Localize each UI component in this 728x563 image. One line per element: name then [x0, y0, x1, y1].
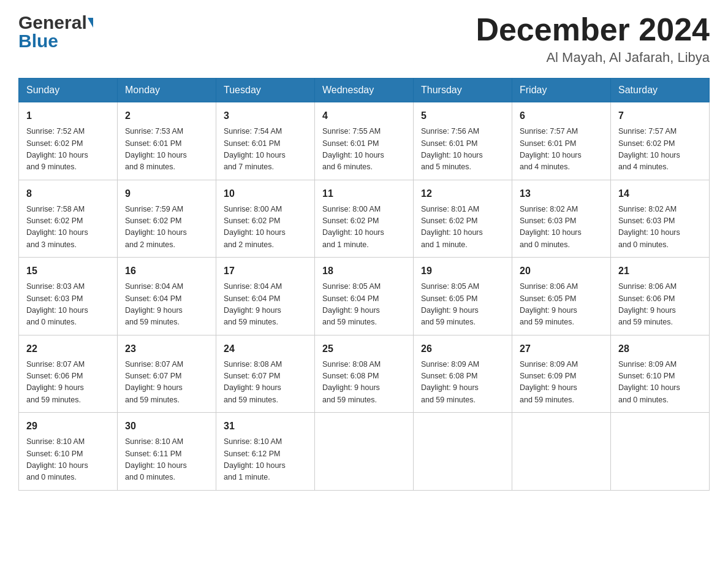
calendar-cell: 16Sunrise: 8:04 AMSunset: 6:04 PMDayligh… — [118, 258, 216, 335]
day-number: 21 — [618, 264, 702, 278]
day-info: Sunrise: 8:01 AMSunset: 6:02 PMDaylight:… — [421, 204, 504, 251]
calendar-cell: 11Sunrise: 8:00 AMSunset: 6:02 PMDayligh… — [315, 180, 414, 258]
weekday-header-tuesday: Tuesday — [216, 79, 315, 102]
weekday-header-row: SundayMondayTuesdayWednesdayThursdayFrid… — [19, 79, 710, 102]
day-number: 3 — [224, 109, 307, 123]
day-number: 27 — [520, 342, 603, 356]
calendar-cell: 9Sunrise: 7:59 AMSunset: 6:02 PMDaylight… — [118, 180, 216, 258]
calendar-cell: 5Sunrise: 7:56 AMSunset: 6:01 PMDaylight… — [414, 102, 512, 180]
day-info: Sunrise: 8:04 AMSunset: 6:04 PMDaylight:… — [224, 281, 307, 329]
calendar-cell: 14Sunrise: 8:02 AMSunset: 6:03 PMDayligh… — [611, 180, 710, 258]
calendar-cell: 12Sunrise: 8:01 AMSunset: 6:02 PMDayligh… — [414, 180, 512, 258]
calendar-week-row: 1Sunrise: 7:52 AMSunset: 6:02 PMDaylight… — [19, 102, 710, 180]
day-info: Sunrise: 8:09 AMSunset: 6:08 PMDaylight:… — [421, 359, 504, 407]
calendar-cell: 10Sunrise: 8:00 AMSunset: 6:02 PMDayligh… — [216, 180, 315, 258]
calendar-cell: 2Sunrise: 7:53 AMSunset: 6:01 PMDaylight… — [118, 102, 216, 180]
calendar-cell: 17Sunrise: 8:04 AMSunset: 6:04 PMDayligh… — [216, 258, 315, 335]
day-info: Sunrise: 7:56 AMSunset: 6:01 PMDaylight:… — [421, 126, 504, 174]
calendar-week-row: 8Sunrise: 7:58 AMSunset: 6:02 PMDaylight… — [19, 180, 710, 258]
logo-general-text: General — [18, 12, 87, 33]
calendar-cell: 19Sunrise: 8:05 AMSunset: 6:05 PMDayligh… — [414, 258, 512, 335]
calendar-cell: 23Sunrise: 8:07 AMSunset: 6:07 PMDayligh… — [118, 335, 216, 413]
logo: General Blue — [18, 12, 93, 52]
day-info: Sunrise: 8:09 AMSunset: 6:09 PMDaylight:… — [520, 359, 603, 407]
calendar-cell — [512, 413, 611, 491]
calendar-cell: 6Sunrise: 7:57 AMSunset: 6:01 PMDaylight… — [512, 102, 611, 180]
day-info: Sunrise: 8:00 AMSunset: 6:02 PMDaylight:… — [224, 204, 307, 251]
day-info: Sunrise: 8:05 AMSunset: 6:04 PMDaylight:… — [322, 281, 406, 329]
day-number: 2 — [125, 109, 208, 123]
day-info: Sunrise: 8:08 AMSunset: 6:07 PMDaylight:… — [224, 359, 307, 407]
day-info: Sunrise: 7:57 AMSunset: 6:01 PMDaylight:… — [520, 126, 603, 174]
day-number: 17 — [224, 264, 307, 278]
day-number: 5 — [421, 109, 504, 123]
day-info: Sunrise: 8:00 AMSunset: 6:02 PMDaylight:… — [322, 204, 406, 251]
day-info: Sunrise: 8:02 AMSunset: 6:03 PMDaylight:… — [520, 204, 603, 251]
calendar-cell: 15Sunrise: 8:03 AMSunset: 6:03 PMDayligh… — [19, 258, 118, 335]
calendar-week-row: 15Sunrise: 8:03 AMSunset: 6:03 PMDayligh… — [19, 258, 710, 335]
calendar-cell — [315, 413, 414, 491]
day-number: 7 — [618, 109, 702, 123]
calendar-cell: 4Sunrise: 7:55 AMSunset: 6:01 PMDaylight… — [315, 102, 414, 180]
logo-line1: General — [18, 12, 93, 33]
day-number: 12 — [421, 186, 504, 201]
calendar-week-row: 29Sunrise: 8:10 AMSunset: 6:10 PMDayligh… — [19, 413, 710, 491]
day-info: Sunrise: 8:06 AMSunset: 6:06 PMDaylight:… — [618, 281, 702, 329]
day-info: Sunrise: 8:03 AMSunset: 6:03 PMDaylight:… — [26, 281, 110, 329]
calendar-cell: 22Sunrise: 8:07 AMSunset: 6:06 PMDayligh… — [19, 335, 118, 413]
day-info: Sunrise: 8:10 AMSunset: 6:10 PMDaylight:… — [26, 436, 110, 484]
weekday-header-saturday: Saturday — [611, 79, 710, 102]
day-number: 11 — [322, 186, 406, 201]
weekday-header-thursday: Thursday — [414, 79, 512, 102]
month-title: December 2024 — [476, 12, 710, 47]
page-header: General Blue December 2024 Al Mayah, Al … — [18, 12, 710, 66]
calendar-cell: 27Sunrise: 8:09 AMSunset: 6:09 PMDayligh… — [512, 335, 611, 413]
day-number: 23 — [125, 342, 208, 356]
day-info: Sunrise: 8:05 AMSunset: 6:05 PMDaylight:… — [421, 281, 504, 329]
calendar-cell: 26Sunrise: 8:09 AMSunset: 6:08 PMDayligh… — [414, 335, 512, 413]
calendar-cell: 29Sunrise: 8:10 AMSunset: 6:10 PMDayligh… — [19, 413, 118, 491]
day-info: Sunrise: 8:07 AMSunset: 6:06 PMDaylight:… — [26, 359, 110, 407]
day-info: Sunrise: 8:09 AMSunset: 6:10 PMDaylight:… — [618, 359, 702, 407]
day-number: 4 — [322, 109, 406, 123]
calendar-cell: 24Sunrise: 8:08 AMSunset: 6:07 PMDayligh… — [216, 335, 315, 413]
calendar-cell: 25Sunrise: 8:08 AMSunset: 6:08 PMDayligh… — [315, 335, 414, 413]
day-number: 8 — [26, 186, 110, 201]
day-info: Sunrise: 7:59 AMSunset: 6:02 PMDaylight:… — [125, 204, 208, 251]
day-number: 9 — [125, 186, 208, 201]
calendar-cell — [414, 413, 512, 491]
day-number: 16 — [125, 264, 208, 278]
day-info: Sunrise: 7:54 AMSunset: 6:01 PMDaylight:… — [224, 126, 307, 174]
day-info: Sunrise: 7:55 AMSunset: 6:01 PMDaylight:… — [322, 126, 406, 174]
calendar-cell: 13Sunrise: 8:02 AMSunset: 6:03 PMDayligh… — [512, 180, 611, 258]
calendar-cell: 30Sunrise: 8:10 AMSunset: 6:11 PMDayligh… — [118, 413, 216, 491]
weekday-header-friday: Friday — [512, 79, 611, 102]
day-number: 25 — [322, 342, 406, 356]
day-number: 10 — [224, 186, 307, 201]
day-info: Sunrise: 8:10 AMSunset: 6:12 PMDaylight:… — [224, 436, 307, 484]
logo-blue-text: Blue — [18, 31, 93, 52]
calendar-week-row: 22Sunrise: 8:07 AMSunset: 6:06 PMDayligh… — [19, 335, 710, 413]
day-number: 29 — [26, 419, 110, 434]
day-number: 20 — [520, 264, 603, 278]
location-title: Al Mayah, Al Jafarah, Libya — [476, 50, 710, 66]
calendar-table: SundayMondayTuesdayWednesdayThursdayFrid… — [18, 78, 710, 491]
day-number: 26 — [421, 342, 504, 356]
day-number: 1 — [26, 109, 110, 123]
day-info: Sunrise: 8:02 AMSunset: 6:03 PMDaylight:… — [618, 204, 702, 251]
weekday-header-sunday: Sunday — [19, 79, 118, 102]
day-number: 19 — [421, 264, 504, 278]
calendar-cell — [611, 413, 710, 491]
day-number: 22 — [26, 342, 110, 356]
day-info: Sunrise: 8:08 AMSunset: 6:08 PMDaylight:… — [322, 359, 406, 407]
calendar-cell: 31Sunrise: 8:10 AMSunset: 6:12 PMDayligh… — [216, 413, 315, 491]
day-info: Sunrise: 8:04 AMSunset: 6:04 PMDaylight:… — [125, 281, 208, 329]
calendar-cell: 20Sunrise: 8:06 AMSunset: 6:05 PMDayligh… — [512, 258, 611, 335]
day-number: 15 — [26, 264, 110, 278]
logo-arrow-icon — [88, 18, 93, 28]
calendar-cell: 3Sunrise: 7:54 AMSunset: 6:01 PMDaylight… — [216, 102, 315, 180]
day-number: 30 — [125, 419, 208, 434]
day-info: Sunrise: 7:53 AMSunset: 6:01 PMDaylight:… — [125, 126, 208, 174]
calendar-cell: 8Sunrise: 7:58 AMSunset: 6:02 PMDaylight… — [19, 180, 118, 258]
day-number: 31 — [224, 419, 307, 434]
